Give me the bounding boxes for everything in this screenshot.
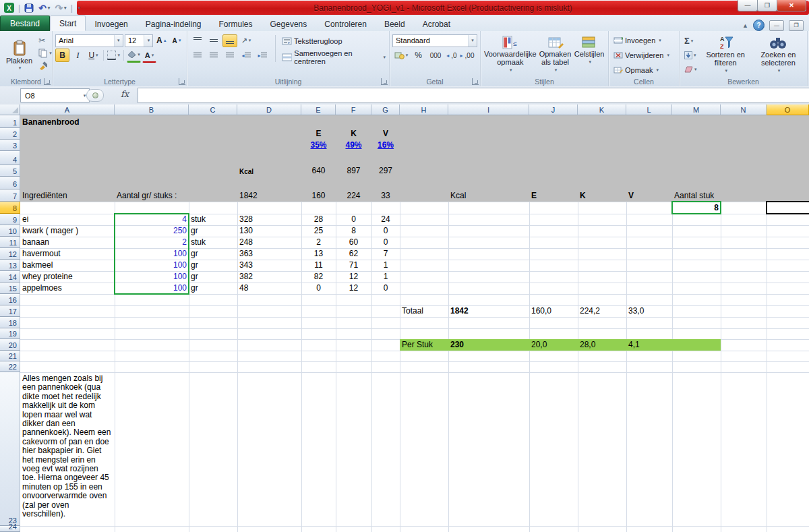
row-header-9[interactable]: 9 — [0, 214, 20, 225]
cell-K17[interactable]: 224,2 — [578, 305, 627, 318]
cell-O6[interactable] — [767, 177, 809, 190]
klembord-dialog-launcher[interactable] — [44, 78, 51, 85]
cell-B7[interactable]: Aantal gr/ stuks : — [115, 189, 189, 202]
cell-I21[interactable] — [448, 351, 530, 362]
cell-C1[interactable] — [189, 115, 238, 129]
cell-G21[interactable] — [371, 351, 400, 362]
cell-E20[interactable] — [301, 339, 336, 351]
cell-H2[interactable] — [400, 128, 449, 140]
cell-A23[interactable]: Alles mengen zoals bij een pannenkoek (q… — [20, 372, 115, 527]
lettertype-dialog-launcher[interactable] — [179, 78, 185, 85]
minimize-workbook-icon[interactable]: — — [769, 20, 784, 31]
cell-N22[interactable] — [721, 361, 767, 373]
cell-M15[interactable] — [672, 283, 721, 295]
cell-E12[interactable]: 13 — [301, 248, 336, 260]
column-header-A[interactable]: A — [20, 105, 115, 115]
thousands-format-button[interactable]: 000 — [427, 49, 444, 62]
cell-M22[interactable] — [672, 361, 721, 373]
cell-K21[interactable] — [578, 351, 627, 362]
cell-F10[interactable]: 8 — [336, 225, 372, 237]
cell-styles-button[interactable]: Celstijlen ▾ — [573, 33, 605, 77]
cell-A6[interactable] — [20, 177, 115, 190]
cell-D22[interactable] — [237, 361, 302, 373]
cell-A7[interactable]: Ingrediënten — [20, 189, 115, 202]
cell-D19[interactable] — [237, 328, 302, 340]
cell-L11[interactable] — [626, 237, 673, 249]
cell-L2[interactable] — [626, 128, 673, 140]
cell-F18[interactable] — [336, 317, 372, 329]
cell-M21[interactable] — [672, 351, 721, 362]
cell-L24[interactable] — [626, 526, 673, 532]
align-right-button[interactable] — [222, 49, 237, 62]
cell-B20[interactable] — [115, 339, 189, 351]
cell-B12[interactable]: 100 — [115, 248, 189, 260]
cell-N4[interactable] — [721, 151, 767, 166]
cell-A14[interactable]: whey proteine — [20, 271, 115, 283]
cell-D11[interactable]: 248 — [237, 237, 302, 249]
tab-invoegen[interactable]: Invoegen — [86, 17, 136, 31]
cell-E4[interactable] — [301, 151, 336, 166]
cell-F2[interactable]: K — [336, 128, 372, 140]
column-header-D[interactable]: D — [237, 105, 301, 115]
cell-G17[interactable] — [371, 305, 400, 318]
cell-A24[interactable] — [20, 526, 115, 532]
cell-B23[interactable] — [115, 372, 189, 527]
tab-gegevens[interactable]: Gegevens — [262, 17, 316, 31]
cell-N24[interactable] — [721, 526, 767, 532]
cell-A2[interactable] — [20, 128, 115, 140]
bold-button[interactable]: B — [55, 49, 69, 62]
find-select-button[interactable]: Zoeken en selecteren ▾ — [752, 33, 804, 77]
autosum-button[interactable]: Σ▾ — [682, 34, 699, 47]
cell-L18[interactable] — [626, 317, 673, 329]
cell-G8[interactable] — [371, 202, 400, 214]
cell-K4[interactable] — [578, 151, 627, 166]
cell-M16[interactable] — [672, 294, 721, 306]
column-header-M[interactable]: M — [672, 105, 721, 115]
cell-N7[interactable] — [721, 189, 767, 202]
cell-M10[interactable] — [672, 225, 721, 237]
align-middle-button[interactable] — [206, 34, 221, 47]
row-header-5[interactable]: 5 — [0, 165, 20, 177]
format-painter-button[interactable] — [37, 60, 53, 71]
cell-G10[interactable]: 0 — [371, 225, 400, 237]
cell-I7[interactable]: Kcal — [448, 189, 530, 202]
cell-D23[interactable] — [237, 372, 302, 527]
cell-J9[interactable] — [529, 214, 578, 226]
decrease-font-button[interactable]: A▼ — [170, 34, 184, 47]
column-header-G[interactable]: G — [371, 105, 400, 115]
cell-A8[interactable] — [20, 202, 115, 214]
decrease-decimal-button[interactable]: ▸,00 — [461, 49, 475, 62]
cell-B4[interactable] — [115, 151, 189, 166]
cell-E21[interactable] — [301, 351, 336, 362]
cell-F9[interactable]: 0 — [336, 214, 372, 226]
cell-K8[interactable] — [578, 202, 627, 214]
cell-I18[interactable] — [448, 317, 530, 329]
cell-J14[interactable] — [529, 271, 578, 283]
cell-G22[interactable] — [371, 361, 400, 373]
row-header-22[interactable]: 22 — [0, 361, 20, 372]
cell-N12[interactable] — [721, 248, 767, 260]
cell-O4[interactable] — [767, 151, 809, 166]
cell-H1[interactable] — [400, 115, 449, 129]
cell-F17[interactable] — [336, 305, 372, 318]
cell-J8[interactable] — [529, 202, 578, 214]
row-header-15[interactable]: 15 — [0, 283, 20, 294]
cell-C11[interactable]: stuk — [189, 237, 238, 249]
cell-J10[interactable] — [529, 225, 578, 237]
cell-B16[interactable] — [115, 294, 189, 306]
cell-D5[interactable]: Kcal — [237, 165, 302, 177]
cell-G20[interactable] — [371, 339, 400, 351]
cell-H16[interactable] — [400, 294, 449, 306]
cell-A21[interactable] — [20, 351, 115, 362]
fill-color-button[interactable]: ▾ — [127, 48, 141, 63]
cell-B3[interactable] — [115, 140, 189, 152]
cell-C7[interactable] — [189, 189, 238, 202]
cell-C3[interactable] — [189, 140, 238, 152]
cell-H19[interactable] — [400, 328, 449, 340]
fill-button[interactable]: ▾ — [682, 49, 699, 61]
cell-K24[interactable] — [578, 526, 627, 532]
align-top-button[interactable] — [190, 34, 205, 47]
cell-N2[interactable] — [721, 128, 767, 140]
cell-J21[interactable] — [529, 351, 578, 362]
cell-O8[interactable] — [767, 202, 809, 214]
